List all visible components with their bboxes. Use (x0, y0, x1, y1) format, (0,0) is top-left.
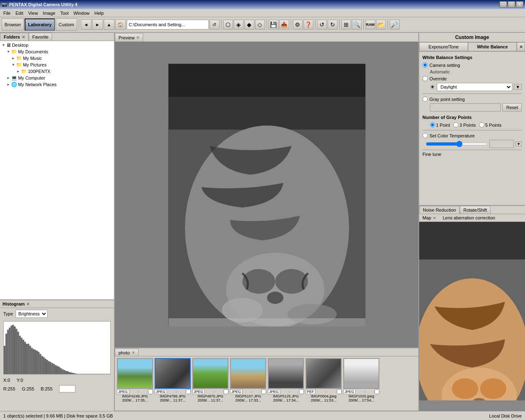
thumbnail-2[interactable]: JPEG · IMGP4788.JPG 2009/... 11:37... (154, 358, 191, 409)
tree-item-desktop[interactable]: ▼ 🖥 Desktop (1, 42, 113, 48)
preview-tab[interactable]: Preview ✕ (115, 33, 143, 41)
menu-view[interactable]: View (26, 10, 41, 16)
settings-icon[interactable]: ⚙ (293, 20, 303, 30)
tool-icon-6[interactable]: 📤 (279, 20, 289, 30)
menu-window[interactable]: Window (71, 10, 92, 16)
thumb-img-1[interactable] (117, 358, 153, 389)
thumbnail-7[interactable]: JPEG · IMGP1025.jpeg 2009/... 17:54... (343, 358, 380, 409)
tool-icon-4[interactable]: ◇ (255, 20, 265, 30)
preview-tab-close[interactable]: ✕ (136, 35, 139, 40)
expand-mydocs[interactable]: ▼ (7, 50, 10, 54)
expand-desktop[interactable]: ▼ (2, 43, 5, 47)
thumb-check-5[interactable] (299, 389, 304, 394)
camera-setting-radio[interactable] (422, 62, 428, 68)
expand-mymusic[interactable]: ► (11, 56, 15, 60)
thumb-img-4[interactable] (230, 358, 266, 389)
tool-icon-3[interactable]: ◆ (244, 20, 254, 30)
tree-item-mymusic[interactable]: ► 📁 My Music (11, 55, 113, 62)
thumb-img-2[interactable] (155, 358, 191, 389)
three-points-label[interactable]: 3 Points (453, 122, 476, 128)
five-points-label[interactable]: 5 Points (479, 122, 502, 128)
up-button[interactable]: ▲ (104, 19, 114, 30)
histogram-type-select[interactable]: Brightness R G B (16, 310, 48, 318)
home-button[interactable]: 🏠 (115, 19, 126, 30)
menu-file[interactable]: File (1, 10, 13, 16)
refresh-button[interactable]: ↺ (210, 20, 219, 30)
tool-icon-2[interactable]: ◈ (234, 20, 244, 30)
thumb-check-3[interactable] (224, 389, 228, 394)
expand-100pentx[interactable]: ► (16, 69, 20, 73)
daylight-select[interactable]: Daylight Shade Cloudy Tungsten Fluoresce… (437, 83, 512, 91)
thumb-check-6[interactable] (337, 389, 342, 394)
zoom-icon[interactable]: 🔍 (352, 20, 362, 30)
thumbnail-6[interactable]: PEF · IMGP0004.jpeg 2009/... 11:53... (305, 358, 342, 409)
expand-mynetwork[interactable]: ► (7, 82, 10, 87)
thumbnail-1[interactable]: JPEG · IMGP4248.JPG 2009/... 17:35... (116, 358, 153, 409)
thumb-check-7[interactable] (374, 389, 379, 394)
menu-image[interactable]: Image (40, 10, 58, 16)
favorite-tab[interactable]: Favorite (29, 33, 52, 41)
thumbnail-5[interactable]: JPEG · IMGP5125.JPG 2009/... 17:34... (267, 358, 304, 409)
thumb-img-7[interactable] (343, 358, 379, 389)
redo-icon[interactable]: ↻ (328, 20, 338, 30)
custom-button[interactable]: Custom (56, 18, 77, 31)
white-balance-tab[interactable]: White Balance (468, 42, 517, 51)
reset-button[interactable]: Reset (502, 103, 522, 112)
tree-item-mynetwork[interactable]: ► 🌐 My Network Places (6, 81, 113, 88)
color-temp-arrow[interactable]: ▼ (516, 142, 522, 146)
menu-edit[interactable]: Edit (13, 10, 26, 16)
rotate-shift-tab[interactable]: Rotate/Shift (460, 206, 491, 214)
browser-button[interactable]: Browser (2, 18, 24, 31)
thumbnail-3[interactable]: JPEG · IMGP4870.JPG 2009/... 11:37... (192, 358, 229, 409)
crop-icon[interactable]: ⊞ (341, 20, 351, 30)
photo-tab-close[interactable]: ✕ (132, 350, 135, 355)
minimize-button[interactable]: — (500, 1, 507, 8)
override-radio[interactable] (422, 76, 428, 81)
thumb-check-4[interactable] (261, 389, 266, 394)
menu-help[interactable]: Help (92, 10, 106, 16)
folder-open-icon[interactable]: 📂 (376, 20, 386, 30)
close-button[interactable]: ✕ (516, 1, 523, 8)
map-tab[interactable]: Map ✕ (419, 214, 439, 221)
raw-icon[interactable]: RAW (365, 20, 375, 30)
gray-point-radio[interactable] (422, 96, 428, 102)
expand-mypictures[interactable]: ▼ (11, 63, 15, 67)
three-points-radio[interactable] (453, 122, 459, 128)
thumb-check-2[interactable] (186, 389, 191, 394)
exposure-tone-tab[interactable]: Exposure/Tone (419, 42, 468, 51)
tree-item-mypictures[interactable]: ▼ 📁 My Pictures (11, 62, 113, 68)
tool-icon-5[interactable]: 💾 (269, 20, 278, 30)
color-temp-radio[interactable] (422, 133, 428, 138)
forward-button[interactable]: ► (92, 19, 103, 30)
daylight-dropdown-arrow[interactable]: ▼ (514, 84, 522, 90)
thumb-img-6[interactable] (306, 358, 342, 389)
one-point-label[interactable]: 1 Point (430, 122, 450, 128)
histogram-close[interactable]: ✕ (26, 302, 30, 306)
folders-tab-close[interactable]: ✕ (22, 35, 25, 39)
tool-icon-1[interactable]: ⬡ (223, 20, 233, 30)
maximize-button[interactable]: □ (508, 1, 515, 8)
expand-mycomputer[interactable]: ► (7, 76, 10, 80)
laboratory-button[interactable]: Laboratory (25, 18, 55, 31)
thumbnail-strip[interactable]: JPEG · IMGP4248.JPG 2009/... 17:35... JP… (115, 356, 418, 411)
tree-item-mycomputer[interactable]: ► 💻 My Computer (6, 75, 113, 81)
thumb-img-5[interactable] (268, 358, 304, 389)
help-icon[interactable]: ❓ (304, 20, 313, 30)
right-panel-close[interactable]: ✕ (517, 42, 525, 51)
zoom-fit-icon[interactable]: 🔎 (390, 20, 399, 30)
back-button[interactable]: ◄ (81, 19, 91, 30)
folders-tab[interactable]: Folders ✕ (0, 33, 29, 41)
one-point-radio[interactable] (430, 122, 435, 128)
tree-item-mydocs[interactable]: ▼ 📁 My Documents (6, 48, 113, 55)
menu-tool[interactable]: Tool (58, 10, 71, 16)
photo-tab[interactable]: photo ✕ (115, 349, 139, 356)
five-points-radio[interactable] (479, 122, 484, 128)
map-close[interactable]: ✕ (433, 216, 436, 220)
undo-icon[interactable]: ↺ (317, 20, 327, 30)
tree-item-100pentx[interactable]: ► 📁 100PENTX (16, 68, 113, 75)
color-temp-slider[interactable] (426, 141, 488, 147)
thumb-check-1[interactable] (148, 389, 153, 394)
thumbnail-4[interactable]: JPEG · IMGP5107.JPG 2009/... 17:33... (230, 358, 267, 409)
thumb-img-3[interactable] (192, 358, 228, 389)
noise-reduction-tab[interactable]: Noise Reduction (419, 206, 460, 214)
